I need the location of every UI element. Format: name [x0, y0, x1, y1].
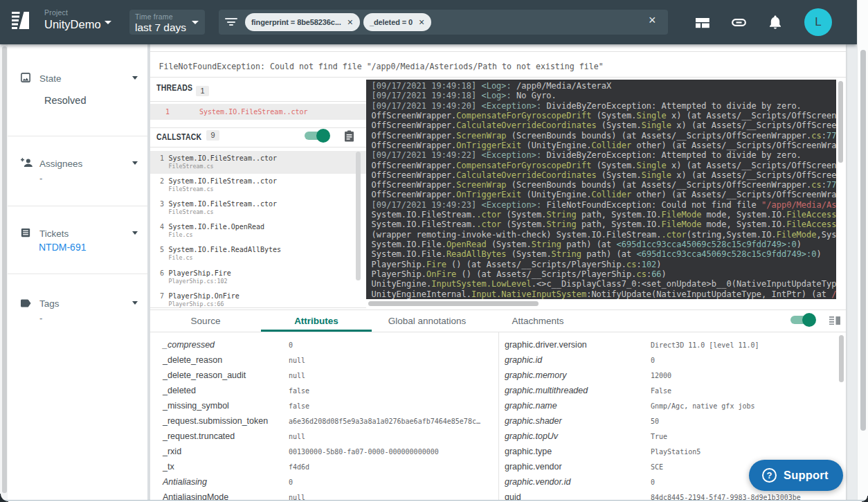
window-bottom-border — [0, 500, 868, 501]
callstack-frame[interactable]: 1System.IO.FileStream..ctorFileStream.cs — [150, 151, 366, 174]
chip-label: _deleted = 0 — [370, 18, 413, 26]
sidebar-tags-value: - — [39, 313, 42, 323]
search-bar[interactable]: fingerprint = 8be58236c...×_deleted = 0×… — [219, 10, 668, 35]
sidebar-divider — [8, 136, 147, 136]
attribute-value: True — [651, 433, 667, 440]
tags-icon — [21, 298, 32, 309]
attribute-key: graphic.memory — [505, 370, 567, 380]
search-filter-chip[interactable]: fingerprint = 8be58236c...× — [245, 13, 360, 31]
attribute-row: graphic.memory12000 — [150, 368, 846, 384]
project-caret-down-icon[interactable] — [105, 21, 111, 24]
threads-header: THREADS — [156, 83, 200, 93]
chevron-down-icon[interactable] — [132, 76, 138, 80]
log-vertical-scrollbar-thumb[interactable] — [838, 81, 844, 163]
attribute-row: graphic.driver.versionDirect3D 11.0 [lev… — [150, 338, 846, 353]
frame-function: System.IO.File.ReadAllBytes — [169, 246, 282, 253]
sidebar-divider — [8, 274, 147, 274]
attribute-row: graphic.id0 — [150, 353, 846, 368]
frame-function: System.IO.FileStream..ctor — [169, 154, 278, 162]
tab-attributes[interactable]: Attributes — [261, 310, 372, 332]
callstack-frame[interactable]: 6PlayerShip.FirePlayerShip.cs:102 — [150, 266, 366, 289]
callstack-frame[interactable]: 4System.IO.File.OpenReadFile.cs — [150, 219, 366, 242]
frame-number: 1 — [158, 154, 164, 162]
clipboard-icon[interactable] — [344, 130, 354, 142]
user-avatar[interactable]: L — [804, 8, 832, 36]
tickets-icon — [21, 228, 32, 239]
attribute-row: graphic.shader50 — [150, 414, 846, 429]
project-selector[interactable]: Project UnityDemo — [44, 8, 101, 31]
attribute-key: graphic.topUv — [505, 431, 558, 441]
list-panel-icon[interactable] — [829, 316, 840, 325]
thread-row[interactable]: 1 System.IO.FileStream..ctor — [150, 104, 366, 120]
backtrace-logo-icon[interactable] — [12, 12, 29, 30]
attribute-row: graphic.multithreadedFalse — [150, 384, 846, 399]
sidebar-scrollbar[interactable] — [0, 44, 8, 502]
attribute-key: graphic.shader — [505, 416, 562, 426]
attributes-toggle[interactable] — [790, 313, 814, 327]
support-label: Support — [784, 469, 829, 482]
callstack-frame[interactable]: 2System.IO.FileStream..ctorFileStream.cs — [150, 174, 366, 197]
callstack-frame[interactable]: 5System.IO.File.ReadAllBytesFile.cs — [150, 242, 366, 265]
project-name: UnityDemo — [44, 18, 101, 31]
attribute-value: PlayStation5 — [651, 448, 700, 456]
detail-tabs: SourceAttributesGlobal annotationsAttach… — [150, 310, 846, 332]
sidebar-tickets-value[interactable]: NTDM-691 — [39, 242, 86, 253]
callstack-scrollbar-thumb[interactable] — [356, 152, 361, 280]
attribute-value: SCE — [651, 463, 663, 471]
timeframe-value: last 7 days — [135, 21, 199, 34]
attribute-key: graphic.vendor.id — [505, 477, 570, 487]
bell-icon[interactable] — [769, 15, 781, 29]
threads-count-badge: 1 — [196, 86, 209, 97]
filter-list-icon[interactable] — [225, 18, 237, 26]
attribute-row: graphic.typePlayStation5 — [150, 445, 846, 460]
frame-file: PlayerShip.cs:66 — [169, 301, 224, 307]
attribute-value: 0 — [651, 357, 655, 364]
frame-number: 5 — [158, 246, 164, 253]
callstack-frame[interactable]: 3System.IO.FileStream..ctorFileStream.cs — [150, 197, 366, 219]
window-corner-bottom-right — [862, 496, 868, 502]
attribute-key: graphic.name — [505, 401, 557, 411]
state-icon — [21, 73, 32, 84]
window-corner-bottom-left — [0, 494, 8, 502]
frame-file: File.cs — [169, 231, 193, 238]
callstack-count-badge: 9 — [206, 130, 219, 141]
support-button[interactable]: ? Support — [749, 460, 843, 491]
thread-index: 1 — [165, 108, 170, 116]
frame-number: 4 — [158, 223, 164, 231]
log-console[interactable]: [09/17/2021 19:49:18] <Log>: /app0/Media… — [366, 80, 836, 299]
tab-global-annotations[interactable]: Global annotations — [372, 310, 482, 332]
window-scrollbar-thumb[interactable] — [860, 50, 866, 431]
attribute-key: graphic.multithreaded — [505, 386, 588, 395]
frame-number: 6 — [158, 269, 164, 277]
timeframe-selector[interactable]: Time frame last 7 days — [129, 10, 205, 35]
chevron-down-icon[interactable] — [132, 231, 138, 235]
chevron-down-icon[interactable] — [132, 161, 138, 165]
callstack-frame[interactable]: 7PlayerShip.OnFirePlayerShip.cs:66 — [150, 289, 366, 307]
window-scrollbar[interactable] — [857, 0, 868, 502]
sidebar-scrollbar-thumb[interactable] — [2, 46, 7, 493]
callstack-toggle[interactable] — [305, 129, 328, 143]
attribute-value: 0 — [651, 478, 655, 486]
log-horizontal-scrollbar-thumb[interactable] — [368, 301, 539, 306]
dashboard-icon[interactable] — [696, 18, 709, 28]
link-icon[interactable] — [732, 19, 746, 26]
attribute-row: graphic.vendorSCE — [150, 460, 846, 475]
frame-file: File.cs — [169, 254, 193, 261]
callstack-title: CALLSTACK — [156, 132, 201, 142]
sidebar-assignees-value: - — [39, 173, 42, 183]
chevron-down-icon[interactable] — [132, 301, 138, 305]
project-label: Project — [44, 8, 101, 17]
frame-file: PlayerShip.cs:102 — [169, 278, 228, 285]
search-clear-button[interactable]: × — [649, 13, 656, 28]
tab-attachments[interactable]: Attachments — [482, 310, 593, 332]
attribute-row: graphic.vendor.id0 — [150, 475, 846, 490]
sidebar-section-label: Tickets — [39, 228, 69, 239]
tab-source[interactable]: Source — [150, 310, 261, 332]
attribute-value: Gnmp/Agc, native gfx jobs — [651, 402, 755, 410]
attribute-value: 50 — [651, 418, 659, 425]
frame-function: PlayerShip.Fire — [169, 269, 231, 277]
threads-title: THREADS — [156, 83, 192, 93]
chip-close-icon[interactable]: × — [419, 17, 424, 27]
chip-close-icon[interactable]: × — [347, 17, 353, 27]
search-filter-chip[interactable]: _deleted = 0× — [363, 13, 431, 31]
